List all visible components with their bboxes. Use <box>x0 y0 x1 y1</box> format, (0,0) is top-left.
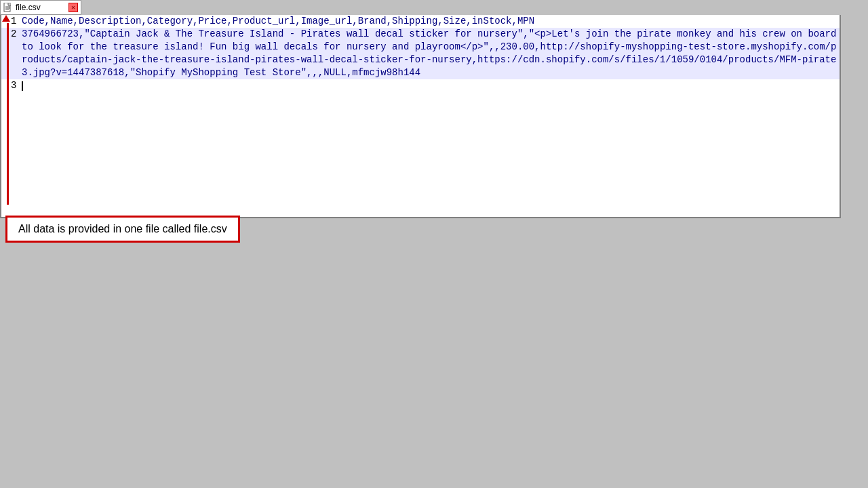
text-cursor <box>22 81 23 91</box>
table-row: 1 Code,Name,Description,Category,Price,P… <box>1 15 840 28</box>
annotation-text: All data is provided in one file called … <box>18 223 227 235</box>
title-bar-filename: file.csv <box>16 3 66 12</box>
table-row: 2 3764966723,"Captain Jack & The Treasur… <box>1 28 840 79</box>
close-button[interactable]: ✕ <box>68 3 78 12</box>
table-row: 3 <box>1 79 840 92</box>
line-content-3 <box>22 79 840 92</box>
arrow-line <box>7 23 9 205</box>
editor-area[interactable]: 1 Code,Name,Description,Category,Price,P… <box>0 15 841 218</box>
arrow-head <box>2 15 10 22</box>
line-content-1: Code,Name,Description,Category,Price,Pro… <box>22 15 840 28</box>
file-icon <box>3 3 13 12</box>
window-container: file.csv ✕ 1 Code,Name,Description,Categ… <box>0 0 868 488</box>
editor-content: 1 Code,Name,Description,Category,Price,P… <box>1 15 840 92</box>
annotation-box: All data is provided in one file called … <box>5 216 240 243</box>
title-bar: file.csv ✕ <box>0 0 81 15</box>
line-content-2: 3764966723,"Captain Jack & The Treasure … <box>22 28 840 79</box>
lines-container: 1 Code,Name,Description,Category,Price,P… <box>1 15 840 92</box>
red-arrow-indicator <box>1 15 11 205</box>
